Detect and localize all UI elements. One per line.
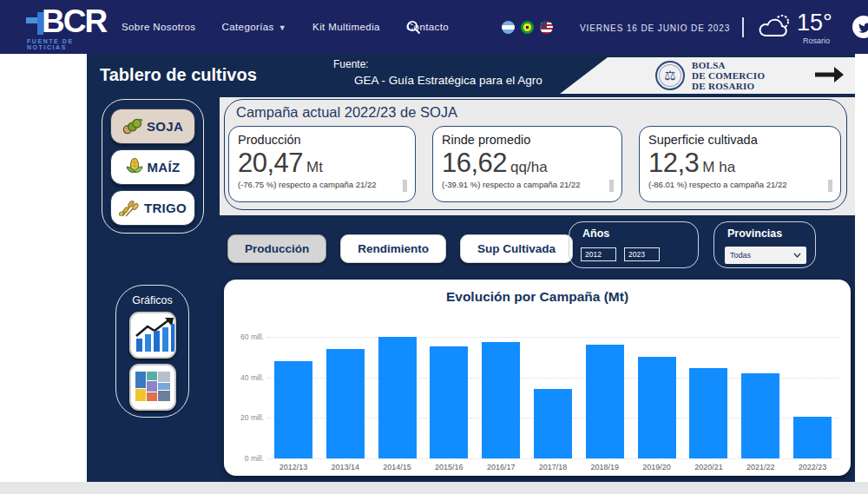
metric-tabs: Producción Rendimiento Sup Cultivada: [227, 234, 573, 263]
chart-section: Evolución por Campaña (Mt) 0 mill.20 mil…: [220, 276, 855, 482]
navbar-divider: [742, 17, 744, 37]
dashboard-header: Tablero de cultivos Fuente: GEA - Guía E…: [87, 54, 855, 97]
soybean-icon: [122, 118, 142, 135]
bar-2017/18[interactable]: [534, 389, 572, 459]
nav-item-sobre-nosotros[interactable]: Sobre Nosotros: [122, 22, 196, 32]
temperature: 15°: [797, 10, 832, 36]
kpi-card-superficie: Superficie cultivada 12,3M ha (-86.01 %)…: [639, 126, 841, 202]
bar-chart-icon: [136, 324, 176, 352]
source-value: GEA - Guía Estratégica para el Agro: [354, 74, 542, 87]
kpi-delta: (-39.91 %) respecto a campaña 21/22: [442, 180, 596, 194]
tab-sup-cultivada[interactable]: Sup Cultivada: [460, 234, 573, 263]
kpi-value: 16,62: [442, 148, 507, 178]
bar-2018/19[interactable]: [586, 345, 624, 458]
x-axis-label: 2016/17: [475, 463, 527, 471]
weather-city: Rosario: [803, 36, 830, 45]
provinces-filter: Provincias Todas: [713, 221, 816, 268]
kpi-cards: Producción 20,47Mt (-76.75 %) respecto a…: [228, 126, 841, 202]
header-right-panel: ⚖ BOLSA DE COMERCIO DE ROSARIO: [560, 57, 855, 94]
gridline: [267, 458, 838, 459]
kpi-delta: (-86.01 %) respecto a campaña 21/22: [648, 180, 803, 194]
years-filter: Años: [569, 221, 699, 268]
bar-2013/14[interactable]: [326, 349, 365, 458]
x-axis-label: 2014/15: [372, 463, 424, 471]
bcr-seal-icon: ⚖: [655, 61, 685, 90]
cloud-icon: [757, 13, 793, 41]
treemap-view-button[interactable]: [129, 364, 176, 411]
kpi-delta: (-76.75 %) respecto a campaña 21/22: [238, 180, 392, 194]
graficos-label: Gráficos: [116, 294, 188, 306]
usa-flag-icon[interactable]: [540, 21, 553, 34]
bar-2015/16[interactable]: [430, 346, 468, 459]
x-axis-label: 2013/14: [319, 463, 372, 471]
x-axis-label: 2020/21: [682, 463, 734, 471]
twitter-icon[interactable]: [852, 16, 868, 38]
bar-2020/21[interactable]: [689, 368, 727, 458]
y-axis-label: 40 mill.: [227, 373, 264, 382]
provinces-dropdown[interactable]: Todas: [725, 247, 806, 264]
crop-button-trigo[interactable]: TRIGO: [110, 190, 195, 226]
tab-produccion[interactable]: Producción: [227, 234, 326, 263]
scrollbar-thumb[interactable]: [828, 180, 832, 192]
crop-button-maiz[interactable]: MAÍZ: [110, 149, 195, 185]
wheat-icon: [119, 200, 140, 217]
bar-chart-view-button[interactable]: [129, 312, 176, 359]
dashboard-body: SOJA MAÍZ: [87, 97, 855, 482]
evolution-chart-card: Evolución por Campaña (Mt) 0 mill.20 mil…: [224, 280, 851, 476]
y-axis-label: 0 mill.: [227, 454, 264, 463]
bar-2022/23[interactable]: [793, 417, 832, 458]
nav-item-kit-multimedia[interactable]: Kit Multimedia: [312, 22, 380, 32]
x-axis-label: 2021/22: [734, 463, 786, 471]
brazil-flag-icon[interactable]: [521, 21, 534, 34]
filter-section: Producción Rendimiento Sup Cultivada Año…: [220, 215, 855, 276]
tab-rendimiento[interactable]: Rendimiento: [340, 234, 446, 263]
bcr-logo-text: BCR: [42, 3, 106, 40]
chart-plot: [267, 337, 838, 458]
scrollbar-thumb[interactable]: [403, 180, 407, 192]
gridline: [267, 337, 838, 338]
kpi-section-title: Campaña actual 2022/23 de SOJA: [236, 104, 457, 121]
bar-2016/17[interactable]: [482, 342, 520, 458]
x-axis-label: 2018/19: [579, 463, 631, 471]
nav-item-categorias[interactable]: Categorías▼: [222, 22, 287, 32]
top-navbar: BCR FUENTE DE NOTICIAS Sobre Nosotros Ca…: [0, 0, 868, 54]
year-to-input[interactable]: [624, 247, 660, 261]
y-axis-label: 60 mill.: [227, 333, 264, 341]
cultivos-dashboard: Tablero de cultivos Fuente: GEA - Guía E…: [87, 54, 855, 482]
page-bottom-strip: [0, 482, 868, 494]
crop-button-soja[interactable]: SOJA: [110, 109, 195, 144]
crop-selector: SOJA MAÍZ: [102, 99, 204, 234]
crop-sidebar: SOJA MAÍZ: [87, 97, 220, 482]
org-name: BOLSA DE COMERCIO DE ROSARIO: [692, 60, 765, 91]
chevron-down-icon: ▼: [279, 23, 286, 32]
x-axis-label: 2019/20: [631, 463, 683, 471]
x-axis-label: 2012/13: [267, 463, 319, 471]
kpi-card-rinde: Rinde promedio 16,62qq/ha (-39.91 %) res…: [432, 126, 622, 202]
kpi-card-produccion: Producción 20,47Mt (-76.75 %) respecto a…: [228, 126, 416, 202]
bar-2021/22[interactable]: [741, 373, 779, 458]
x-axis-label: 2017/18: [527, 463, 579, 471]
bar-2019/20[interactable]: [638, 357, 676, 458]
treemap-icon: [135, 372, 170, 401]
bcr-logo-tagline: FUENTE DE NOTICIAS: [27, 38, 106, 50]
corn-icon: [126, 158, 143, 177]
y-axis-label: 20 mill.: [227, 413, 264, 422]
search-icon[interactable]: [406, 20, 421, 35]
scrollbar-thumb[interactable]: [609, 180, 614, 192]
kpi-section: Campaña actual 2022/23 de SOJA Producció…: [220, 97, 855, 215]
argentina-flag-icon[interactable]: [502, 21, 515, 34]
x-axis-label: 2015/16: [423, 463, 475, 471]
main-column: Campaña actual 2022/23 de SOJA Producció…: [220, 97, 855, 482]
kpi-value: 12,3: [648, 148, 699, 178]
graficos-panel: Gráficos: [115, 285, 189, 418]
bar-2012/13[interactable]: [274, 361, 312, 458]
language-flags: [502, 21, 553, 34]
arrow-right-icon[interactable]: [813, 64, 845, 85]
dashboard-title: Tablero de cultivos: [100, 65, 257, 85]
kpi-unit: qq/ha: [510, 159, 548, 175]
year-from-input[interactable]: [581, 247, 616, 261]
bar-2014/15[interactable]: [378, 337, 417, 458]
kpi-value: 20,47: [238, 148, 303, 178]
bcr-logo[interactable]: BCR FUENTE DE NOTICIAS: [10, 6, 106, 48]
current-date: VIERNES 16 DE JUNIO DE 2023: [580, 23, 730, 33]
